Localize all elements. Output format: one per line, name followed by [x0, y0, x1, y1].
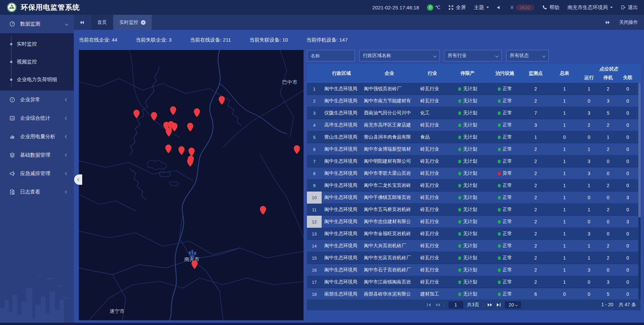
close-operations-button[interactable]: 关闭操作	[619, 19, 644, 25]
prev-page-button[interactable]	[435, 303, 440, 307]
sidebar-item-1[interactable]: 企业异常	[0, 91, 74, 109]
column-group-status: 点位状态 运行停机失联	[579, 64, 638, 83]
column-header[interactable]: 监测点	[522, 64, 550, 83]
map-pin-icon[interactable]	[187, 122, 194, 133]
last-page-button[interactable]	[496, 303, 501, 307]
map-pin-icon[interactable]	[151, 112, 158, 122]
table-row[interactable]: 13 阆中生态环境局 阆中市金福旺页岩机砖 砖瓦行业 无计划 正常 2 1 3 …	[307, 228, 641, 240]
table-row[interactable]: 14 阆中生态环境局 阆中大兴页岩机砖厂 砖瓦行业 无计划 正常 2 1 1 2…	[307, 240, 641, 252]
industry-filter-select[interactable]: 所有行业	[444, 50, 502, 61]
map-pin-icon[interactable]	[187, 158, 194, 168]
map-pin-icon[interactable]	[194, 108, 201, 119]
map-pin-icon[interactable]	[293, 145, 301, 156]
sidebar-item-4[interactable]: 基础数据管理	[0, 146, 74, 164]
first-page-button[interactable]	[427, 303, 431, 307]
table-row[interactable]: 5 营山生态环境局 营山县润丰肉食品有限 食品 无计划 正常 1 0 0 1 0	[307, 131, 641, 143]
tab-close-icon[interactable]: ×	[141, 20, 146, 25]
table-row[interactable]: 18 南部生态环境局 南部县砖华水泥有限公 建材加工 无计划 正常 6 0 0 …	[307, 288, 641, 300]
cell-industry: 砖瓦行业	[418, 276, 447, 288]
cell-production-limit: 无计划	[447, 95, 488, 107]
column-header[interactable]: 治污设施	[488, 64, 522, 83]
name-filter-input[interactable]	[307, 50, 355, 61]
cell-running: 0	[579, 131, 599, 143]
table-row[interactable]: 3 仪陇生态环境局 西南油气田分公司川中 化工 无计划 正常 7 1 3 5 0	[307, 107, 641, 119]
region-filter-select[interactable]: 行政区域名称	[359, 50, 440, 61]
sidebar-subitem-1[interactable]: 视频监控	[0, 53, 74, 71]
page-size-select[interactable]: 20	[505, 301, 521, 309]
temperature-unit: ℃	[435, 5, 440, 10]
bell-icon	[509, 5, 515, 10]
notification-bell[interactable]: 2632	[509, 4, 534, 11]
map-pin-icon[interactable]	[133, 109, 140, 120]
map-pin-icon[interactable]	[178, 146, 185, 157]
tab-1[interactable]: 实时监控 ×	[113, 15, 152, 30]
sidebar-item-6[interactable]: 日志查看	[0, 183, 74, 201]
org-menu[interactable]: 南充市生态环境局	[568, 4, 613, 11]
sub-column-header[interactable]: 运行	[579, 75, 599, 81]
chevron-left-icon	[65, 135, 68, 139]
cell-disconnected: 0	[618, 179, 638, 192]
sidebar-subitem-0[interactable]: 实时监控	[0, 35, 74, 53]
table-row[interactable]: 2 阆中生态环境局 阆中市南方节能建材有 砖瓦行业 无计划 正常 2 1 0 3…	[307, 95, 641, 107]
status-filter-select[interactable]: 所有状态	[506, 50, 549, 61]
table-row[interactable]: 15 阆中生态环境局 阆中市光富页岩机砖厂 砖瓦行业 无计划 正常 2 1 1 …	[307, 252, 641, 264]
cell-monitor-points: 3	[522, 119, 550, 131]
column-header[interactable]: 行政区域	[322, 64, 361, 83]
mute-button[interactable]	[497, 5, 501, 10]
scrollbar-thumb[interactable]	[638, 83, 641, 217]
table-scrollbar[interactable]	[638, 83, 641, 300]
map-pin-icon[interactable]	[191, 260, 198, 271]
map-pin-icon[interactable]	[260, 206, 267, 216]
sidebar-item-5[interactable]: 应急减排管理	[0, 164, 74, 183]
table-row[interactable]: 4 高坪生态环境局 南充市高坪区王家店建 砖瓦行业 无计划 正常 3 1 2 2…	[307, 119, 641, 131]
page-number-input[interactable]: 1	[448, 301, 463, 309]
tab-0[interactable]: 首页	[91, 15, 113, 30]
table-row[interactable]: 9 阆中生态环境局 阆中市二龙长宝页岩砖 砖瓦行业 无计划 正常 2 1 1 2…	[307, 179, 641, 192]
sidebar-item-3[interactable]: 企业用电量分析	[0, 127, 74, 146]
table-row[interactable]: 7 阆中生态环境局 阆中明阳建材有限公司 砖瓦行业 无计划 正常 2 1 3 0…	[307, 155, 641, 167]
table-row[interactable]: 6 阆中生态环境局 阆中市金博瑞新型墙材 砖瓦行业 无计划 正常 2 1 1 2…	[307, 143, 641, 155]
cell-region: 阆中生态环境局	[322, 252, 361, 264]
table-row[interactable]: 17 阆中生态环境局 阆中市江南镇阆南页岩 砖瓦行业 无计划 正常 2 1 0 …	[307, 276, 641, 288]
map-pin-icon[interactable]	[170, 106, 177, 117]
sidebar-item-0[interactable]: 数据监测	[0, 15, 74, 33]
table-row[interactable]: 12 阆中生态环境局 阆中市忠信建材有限公 砖瓦行业 无计划 正常 2 1 0 …	[307, 216, 641, 228]
row-number: 16	[307, 264, 322, 276]
column-header[interactable]: 总表	[550, 64, 579, 83]
column-header[interactable]: 企业	[361, 64, 418, 83]
cell-company: 阆中市江南镇阆南页岩	[361, 276, 418, 288]
cell-total-meters: 1	[550, 143, 579, 155]
cell-industry: 砖瓦行业	[418, 119, 447, 131]
sub-column-header[interactable]: 停机	[599, 75, 618, 81]
map-pin-icon[interactable]	[165, 144, 172, 155]
table-row[interactable]: 11 阆中生态环境局 阆中市五马桥页岩机砖 砖瓦行业 无计划 正常 2 1 1 …	[307, 204, 641, 216]
next-page-button[interactable]	[487, 303, 492, 307]
table-row[interactable]: 8 阆中生态环境局 阆中市枣碧大梁山页岩 砖瓦行业 无计划 异常 2 1 3 0…	[307, 167, 641, 179]
cell-production-limit: 无计划	[447, 107, 488, 119]
column-header[interactable]: 行业	[418, 64, 447, 83]
table-row[interactable]: 16 阆中生态环境局 阆中市石子页岩机砖厂 砖瓦行业 无计划 正常 2 1 3 …	[307, 264, 641, 276]
sidebar-subitem-2[interactable]: 企业电力负荷明细	[0, 71, 74, 89]
cell-region: 阆中生态环境局	[322, 276, 361, 288]
fullscreen-button[interactable]: 全屏	[448, 4, 466, 11]
cell-region: 阆中生态环境局	[322, 95, 361, 107]
cell-industry: 砖瓦行业	[418, 192, 447, 204]
column-header[interactable]: 停限产	[447, 64, 488, 83]
total-pages-label: 共3页	[467, 302, 479, 308]
table-row[interactable]: 10 阆中生态环境局 阆中千佛镇五郎垭页岩 砖瓦行业 无计划 正常 2 1 0 …	[307, 192, 641, 204]
sub-column-header[interactable]: 失联	[618, 75, 638, 81]
map-pin-icon[interactable]	[171, 122, 178, 133]
map-panel[interactable]: 巴中市南充市遂宁市	[79, 50, 304, 320]
table-row[interactable]: 1 阆中生态环境局 阆中强锐页岩砖厂 砖瓦行业 无计划 正常 2 1 1 2 0	[307, 83, 641, 95]
cell-industry: 食品	[418, 131, 447, 143]
help-button[interactable]: 帮助	[542, 4, 559, 11]
tabs-scroll-left-button[interactable]	[74, 15, 90, 30]
map-pin-icon[interactable]	[218, 96, 225, 106]
sidebar-item-2[interactable]: 企业综合统计	[0, 109, 74, 127]
datetime: 2021-02-25 17:46:18	[372, 5, 419, 10]
cell-industry: 砖瓦行业	[418, 264, 447, 276]
tabs-scroll-right-button[interactable]	[600, 20, 616, 24]
logout-button[interactable]: 退出	[621, 4, 638, 11]
theme-menu[interactable]: 主题	[474, 4, 489, 11]
sidebar-collapse-button[interactable]	[74, 174, 82, 185]
